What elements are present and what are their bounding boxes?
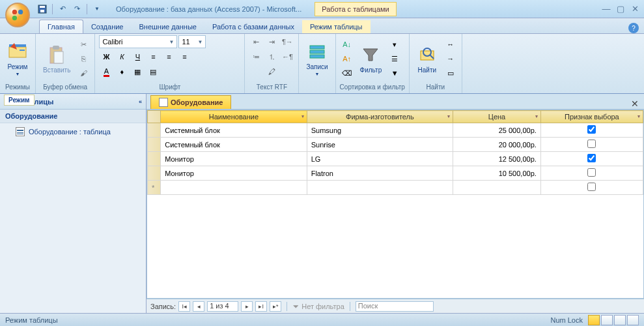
tab-home[interactable]: Главная [39,20,83,33]
column-header[interactable]: Фирма-изготовитель▾ [307,111,453,123]
restore-icon[interactable]: ▢ [615,4,626,14]
sort-asc-icon[interactable]: A↓ [340,38,354,51]
help-icon[interactable]: ? [628,23,639,33]
cell-name[interactable]: Системный блок [161,138,307,152]
gridlines-icon[interactable]: ▦ [130,65,145,78]
tab-dbtools[interactable]: Работа с базами данных [204,20,302,33]
qa-customize-icon[interactable]: ▼ [91,3,103,15]
table-row[interactable]: Системный блокSunrise20 000,00р. [148,138,643,152]
records-button[interactable]: Записи ▼ [303,39,331,78]
selection-filter-icon[interactable]: ▾ [387,38,402,51]
last-record-icon[interactable]: ▸I [255,301,267,312]
next-record-icon[interactable]: ▸ [241,301,253,312]
new-record-icon[interactable]: ▸* [270,301,281,312]
find-button[interactable]: Найти [413,42,441,76]
pivot-table-view-icon[interactable] [601,315,613,325]
undo-icon[interactable]: ↶ [57,3,68,15]
format-painter-icon[interactable]: 🖌 [76,67,91,80]
document-tab[interactable]: Оборудование [150,95,231,109]
cell-price[interactable]: 20 000,00р. [453,138,541,152]
rtl-icon[interactable]: ←¶ [280,50,294,63]
indent-increase-icon[interactable]: ⇥ [264,35,279,48]
font-color-icon[interactable]: A [99,65,113,78]
cell-name[interactable]: Монитор [161,152,307,166]
column-header[interactable]: Цена▾ [453,111,541,123]
clear-sort-icon[interactable]: ⌫ [340,67,354,80]
filter-button[interactable]: Фильтр [357,42,385,76]
column-header[interactable]: Наименование▾ [161,111,307,123]
ltr-icon[interactable]: ¶→ [280,35,294,48]
record-position-input[interactable]: 1 из 4 [207,301,238,312]
table-row[interactable]: Системный блокSumsung25 000,00р. [148,123,643,138]
row-selector[interactable] [148,138,161,152]
numbering-icon[interactable]: ⒈ [264,50,279,63]
nav-collapse-icon[interactable]: « [139,98,142,105]
alt-row-icon[interactable]: ▤ [146,65,160,78]
new-record-row[interactable]: * [148,181,643,195]
paste-button[interactable]: Вставить [40,42,74,76]
select-icon[interactable]: ▭ [443,67,458,80]
cell-selected[interactable] [540,166,643,181]
cell-firm[interactable]: Sumsung [307,123,453,138]
cell-price[interactable]: 12 500,00р. [453,152,541,166]
copy-icon[interactable]: ⎘ [76,52,91,65]
tab-create[interactable]: Создание [83,20,132,33]
column-dropdown-icon[interactable]: ▾ [301,113,304,119]
column-dropdown-icon[interactable]: ▾ [637,113,640,119]
bullets-icon[interactable]: ≔ [249,50,263,63]
prev-record-icon[interactable]: ◂ [193,301,204,312]
select-all-cell[interactable] [148,111,161,123]
cell-name[interactable]: Монитор [161,166,307,181]
minimize-icon[interactable]: — [601,4,611,14]
datasheet-view-icon[interactable] [588,315,600,325]
replace-icon[interactable]: ↔ [443,38,458,51]
underline-icon[interactable]: Ч [130,50,145,63]
italic-icon[interactable]: К [115,50,129,63]
bold-icon[interactable]: Ж [99,50,113,63]
cell-selected[interactable] [540,123,643,138]
fill-color-icon[interactable]: ♦ [115,65,129,78]
search-box[interactable]: Поиск [356,301,434,312]
datasheet-grid[interactable]: Наименование▾ Фирма-изготовитель▾ Цена▾ … [147,110,644,299]
nav-header[interactable]: Режим лицы « [0,94,146,110]
close-icon[interactable]: ✕ [630,4,640,14]
table-row[interactable]: МониторLG12 500,00р. [148,152,643,166]
document-close-icon[interactable]: ✕ [626,98,644,109]
cell-name[interactable]: Системный блок [161,123,307,138]
cell-firm[interactable]: Sunrise [307,138,453,152]
font-name-combo[interactable]: Calibri▼ [99,35,177,48]
nav-item-table[interactable]: Оборудование : таблица [0,123,146,140]
highlight-icon[interactable]: 🖍 [264,65,279,78]
office-button[interactable] [5,3,30,27]
column-header[interactable]: Признак выбора▾ [540,111,643,123]
pivot-chart-view-icon[interactable] [614,315,626,325]
tab-external[interactable]: Внешние данные [132,20,204,33]
column-dropdown-icon[interactable]: ▾ [447,113,450,119]
advanced-filter-icon[interactable]: ☰ [387,52,402,65]
first-record-icon[interactable]: I◂ [178,301,190,312]
align-right-icon[interactable]: ≡ [177,50,191,63]
sort-desc-icon[interactable]: A↑ [340,52,354,65]
view-button[interactable]: Режим ▼ [4,39,31,78]
redo-icon[interactable]: ↷ [71,3,83,15]
row-selector[interactable]: * [148,181,161,195]
cell-firm[interactable]: Flatron [307,166,453,181]
cell-selected[interactable] [540,138,643,152]
align-center-icon[interactable]: ≡ [161,50,176,63]
row-selector[interactable] [148,152,161,166]
row-selector[interactable] [148,166,161,181]
design-view-icon[interactable] [627,315,639,325]
save-icon[interactable] [36,3,48,15]
cell-selected[interactable] [540,152,643,166]
tab-datasheet[interactable]: Режим таблицы [302,20,371,33]
indent-decrease-icon[interactable]: ⇤ [249,35,263,48]
nav-section[interactable]: Оборудование [0,110,146,123]
goto-icon[interactable]: → [443,52,458,65]
row-selector[interactable] [148,123,161,138]
cell-price[interactable]: 10 500,00р. [453,166,541,181]
cut-icon[interactable]: ✂ [76,38,91,51]
filter-indicator[interactable]: ⏷ Нет фильтра [292,303,344,310]
cell-firm[interactable]: LG [307,152,453,166]
toggle-filter-icon[interactable]: ▼ [387,67,402,80]
table-row[interactable]: МониторFlatron10 500,00р. [148,166,643,181]
